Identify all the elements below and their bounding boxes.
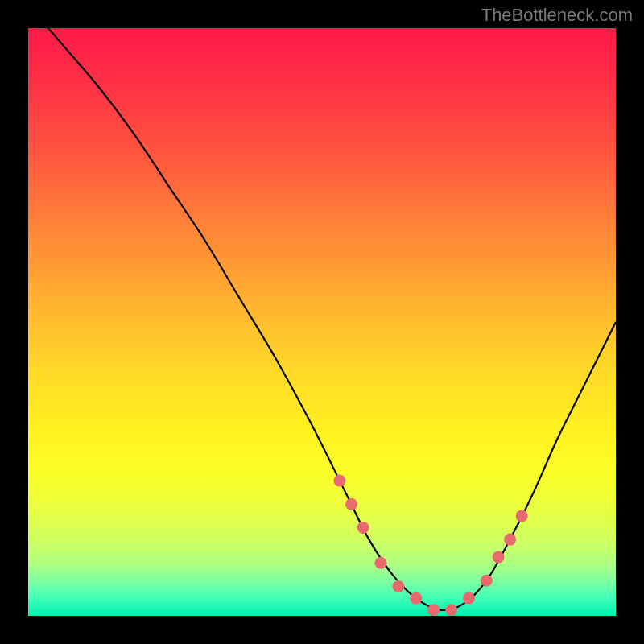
curve-marker [357,522,369,534]
curve-marker [504,534,516,546]
chart-plot-area [28,28,616,616]
curve-marker [410,592,422,605]
curve-marker [445,604,457,616]
curve-marker [516,510,528,522]
marker-group [333,475,527,616]
curve-marker [427,604,440,616]
curve-marker [392,580,404,592]
watermark-text: TheBottleneck.com [481,5,633,26]
curve-marker [375,557,387,569]
bottleneck-curve-path [28,28,616,610]
curve-marker [333,475,345,487]
curve-marker [345,498,357,510]
curve-marker [493,551,505,564]
curve-marker [481,575,493,587]
bottleneck-chart [28,28,616,616]
curve-marker [463,592,475,605]
